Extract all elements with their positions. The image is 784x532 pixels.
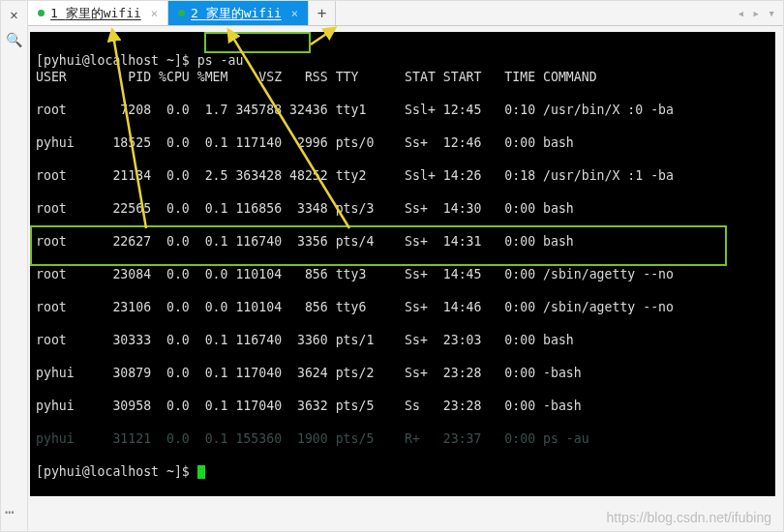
tab-label: 1 家里的wifii [50,5,141,22]
search-icon[interactable]: 🔍 [5,30,24,49]
ps-header: USER PID %CPU %MEM VSZ RSS TTY STAT STAR… [36,69,769,85]
tab-nav: ◂ ▸ ▾ [730,1,783,25]
tab-label: 2 家里的wifii [191,5,282,22]
ellipsis-icon: … [5,499,15,517]
prompt-line: [pyhui@localhost ~]$ [36,464,205,479]
command-text: ps -au [197,53,244,68]
ps-row: root 23084 0.0 0.0 110104 856 tty3 Ss+ 1… [36,266,769,282]
tab-bar: 1 家里的wifii × 2 家里的wifii × + ◂ ▸ ▾ [28,1,783,26]
watermark-text: https://blog.csdn.net/ifubing [607,510,771,525]
nav-prev-icon[interactable]: ◂ [738,6,745,20]
cursor-icon [197,465,205,479]
tab-2[interactable]: 2 家里的wifii × [168,1,309,25]
ps-row: pyhui 18525 0.0 0.1 117140 2996 pts/0 Ss… [36,134,769,151]
ps-row: root 23106 0.0 0.0 110104 856 tty6 Ss+ 1… [36,299,769,315]
tab-close-icon[interactable]: × [291,7,298,20]
ps-row-highlighted: pyhui 30958 0.0 0.1 117040 3632 pts/5 Ss… [36,398,769,414]
tab-1[interactable]: 1 家里的wifii × [28,1,168,25]
tab-menu-icon[interactable]: ▾ [768,6,775,20]
terminal[interactable]: [pyhui@localhost ~]$ ps -au USER PID %CP… [30,32,775,496]
new-tab-button[interactable]: + [309,1,336,25]
status-dot-icon [38,10,45,16]
ps-row: pyhui 31121 0.0 0.1 155360 1900 pts/5 R+… [36,430,769,447]
nav-next-icon[interactable]: ▸ [752,6,760,20]
ps-row: root 30333 0.0 0.1 116740 3360 pts/1 Ss+… [36,332,769,348]
ps-row: root 22565 0.0 0.1 116856 3348 pts/3 Ss+… [36,200,769,217]
tab-close-icon[interactable]: × [151,7,158,20]
terminal-pane: [pyhui@localhost ~]$ ps -au USER PID %CP… [28,30,777,531]
close-icon[interactable]: ✕ [5,5,24,24]
ps-row: root 22627 0.0 0.1 116740 3356 pts/4 Ss+… [36,233,769,250]
prompt-line: [pyhui@localhost ~]$ ps -au [36,53,243,68]
status-dot-icon [178,10,185,16]
ps-row: root 7208 0.0 1.7 345788 32436 tty1 Ssl+… [36,102,769,118]
left-gutter: ✕ 🔍 [1,1,28,531]
ps-row-highlighted: pyhui 30879 0.0 0.1 117040 3624 pts/2 Ss… [36,365,769,381]
ps-row: root 21134 0.0 2.5 363428 48252 tty2 Ssl… [36,167,769,184]
